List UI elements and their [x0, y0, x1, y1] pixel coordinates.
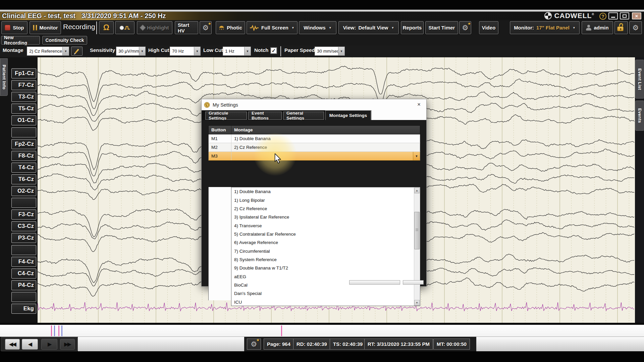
highlight-button[interactable]: Highlight — [137, 21, 172, 34]
channel-button-fp1-cz[interactable]: Fp1-Cz — [11, 68, 36, 78]
channel-button-p3-cz[interactable]: P3-Cz — [11, 233, 36, 243]
montage-option[interactable]: 6) Average Reference — [231, 238, 420, 247]
close-button[interactable]: × — [632, 12, 641, 19]
scroll-down-button[interactable]: ▼ — [414, 300, 420, 306]
montage-option[interactable]: 2) Cz Reference — [231, 204, 420, 213]
stop-button[interactable]: Stop — [1, 21, 28, 34]
channel-button-o2-cz[interactable]: O2-Cz — [11, 186, 36, 196]
channel-button-t6-cz[interactable]: T6-Cz — [11, 174, 36, 184]
minimize-button[interactable] — [608, 12, 618, 19]
previous-page-button[interactable]: ◀ — [22, 339, 38, 350]
patient-info-tab[interactable]: Patient Info — [0, 58, 8, 96]
timeline-event-tick[interactable] — [61, 325, 62, 336]
view-select[interactable]: View: Default View ▼ — [338, 21, 399, 34]
channel-button-t4-cz[interactable]: T4-Cz — [11, 163, 36, 173]
montage-select[interactable]: 2) Cz Reference ▼ — [27, 47, 69, 56]
continuity-check-button[interactable]: Continuity Check — [42, 36, 87, 45]
montage-dropdown-button[interactable]: ▼ — [413, 152, 420, 160]
montage-option[interactable]: 5) Contralateral Ear Reference — [231, 230, 420, 238]
gear-icon: ⚙★ — [203, 24, 209, 31]
hv-settings-button[interactable]: ⚙★ — [200, 21, 212, 34]
dialog-partial-button[interactable] — [349, 280, 400, 285]
channel-button-t5-cz[interactable]: T5-Cz — [11, 104, 36, 114]
start-timer-button[interactable]: Start Timer — [425, 21, 458, 34]
last-page-button[interactable]: ▶▶ — [60, 339, 75, 350]
channel-button-fp2-cz[interactable]: Fp2-Cz — [11, 139, 36, 149]
notch-checkbox[interactable]: ✓ — [270, 47, 277, 54]
toolbar-divider — [96, 21, 97, 34]
tab-montage-settings[interactable]: Montage Settings — [325, 110, 371, 120]
dropdown-scrollbar[interactable]: ▲ ▼ — [414, 188, 420, 306]
channel-button-blank[interactable] — [11, 127, 36, 137]
first-page-button[interactable]: ◀◀ — [5, 339, 20, 350]
channel-button-p4-cz[interactable]: P4-Cz — [11, 280, 36, 290]
montage-option[interactable]: Dan's Special — [231, 289, 420, 298]
paper-speed-select[interactable]: 30 mm/sec ▼ — [315, 47, 345, 56]
montage-option[interactable]: 8) System Reference — [231, 255, 420, 264]
montage-option[interactable]: 7) Circumferential — [231, 247, 420, 255]
notch-label: Notch — [254, 47, 269, 53]
channel-button-f3-cz[interactable]: F3-Cz — [11, 209, 36, 220]
timeline-event-tick[interactable] — [51, 325, 52, 336]
lock-button[interactable] — [614, 21, 628, 34]
montage-option[interactable]: 1) Double Banana — [231, 187, 420, 196]
channel-button-c3-cz[interactable]: C3-Cz — [11, 221, 36, 231]
timeline-event-tick[interactable] — [281, 325, 282, 336]
windows-menu-button[interactable]: Windows ▼ — [299, 21, 336, 34]
montage-option[interactable]: 1) Long Bipolar — [231, 196, 420, 204]
channel-button-blank[interactable] — [11, 245, 36, 255]
table-row-m3-selected[interactable]: M3 ▼ — [208, 152, 420, 161]
tab-general-settings[interactable]: General Settings — [283, 112, 324, 120]
channel-button-blank[interactable] — [11, 292, 36, 302]
settings-button[interactable]: ⚙ — [629, 21, 642, 34]
help-button[interactable]: ? — [599, 13, 606, 20]
channel-button-ekg[interactable]: Ekg — [11, 304, 36, 314]
scrollbar-thumb[interactable] — [414, 212, 420, 249]
montage-edit-button[interactable] — [71, 47, 83, 56]
montage-option[interactable]: aEEG — [231, 272, 420, 281]
timeline-event-tick[interactable] — [58, 325, 59, 336]
montage-option[interactable]: 9) Double Banana w T1/T2 — [231, 264, 420, 272]
events-tab[interactable]: Events — [635, 101, 644, 131]
low-cut-select[interactable]: 1 Hz ▼ — [223, 47, 251, 56]
photic-button[interactable]: Photic — [216, 21, 245, 34]
monitor-button[interactable]: Monitor — [30, 21, 61, 34]
channel-button-t3-cz[interactable]: T3-Cz — [11, 92, 36, 102]
monitor-select[interactable]: Monitor: 17" Flat Panel ▼ — [510, 21, 580, 34]
table-row-m1[interactable]: M1 1) Double Banana — [208, 134, 420, 143]
channel-button-blank[interactable] — [11, 198, 36, 208]
event-list-tab[interactable]: Event List — [635, 60, 644, 99]
video-button[interactable]: Video — [479, 21, 498, 34]
user-button[interactable]: admin — [582, 21, 613, 34]
high-cut-select[interactable]: 70 Hz ▼ — [170, 47, 201, 56]
montage-option[interactable]: 4) Transverse — [231, 221, 420, 230]
channel-button-f8-cz[interactable]: F8-Cz — [11, 151, 36, 161]
start-hv-button[interactable]: Start HV — [175, 21, 198, 34]
full-screen-button[interactable]: Full Screen ▼ — [247, 21, 298, 34]
channel-button-f4-cz[interactable]: F4-Cz — [11, 257, 36, 267]
timeline-strip[interactable] — [0, 325, 644, 337]
tab-graticule-settings[interactable]: Graticule Settings — [205, 112, 247, 120]
dialog-close-button[interactable]: × — [415, 101, 423, 108]
tab-event-buttons[interactable]: Event Buttons — [248, 112, 282, 120]
scroll-up-button[interactable]: ▲ — [414, 188, 420, 193]
timeline-event-tick[interactable] — [54, 325, 55, 336]
dialog-partial-button[interactable] — [403, 280, 424, 285]
montage-option[interactable]: ICU — [231, 298, 420, 306]
channel-button-o1-cz[interactable]: O1-Cz — [11, 115, 36, 125]
new-recording-button[interactable]: New Recording — [1, 36, 40, 45]
channel-button-f7-cz[interactable]: F7-Cz — [11, 80, 36, 90]
next-page-button[interactable]: ▶ — [41, 339, 57, 350]
calibration-button[interactable] — [115, 21, 135, 34]
maximize-button[interactable] — [620, 12, 629, 19]
impedance-button[interactable]: Ω — [99, 21, 114, 34]
reports-button[interactable]: Reports — [401, 21, 424, 34]
full-screen-label: Full Screen — [261, 25, 288, 31]
montage-option[interactable]: 3) Ipsilateral Ear Reference — [231, 213, 420, 221]
timer-settings-button[interactable]: ⚙★ — [459, 21, 471, 34]
sensitivity-select[interactable]: 30 μV/mm ▼ — [116, 47, 146, 56]
channel-button-c4-cz[interactable]: C4-Cz — [11, 268, 36, 279]
dialog-title-bar[interactable]: My Settings × — [202, 99, 426, 110]
table-row-m2[interactable]: M2 2) Cz Reference — [208, 143, 420, 152]
status-settings-button[interactable]: ⚙★ — [247, 339, 261, 350]
